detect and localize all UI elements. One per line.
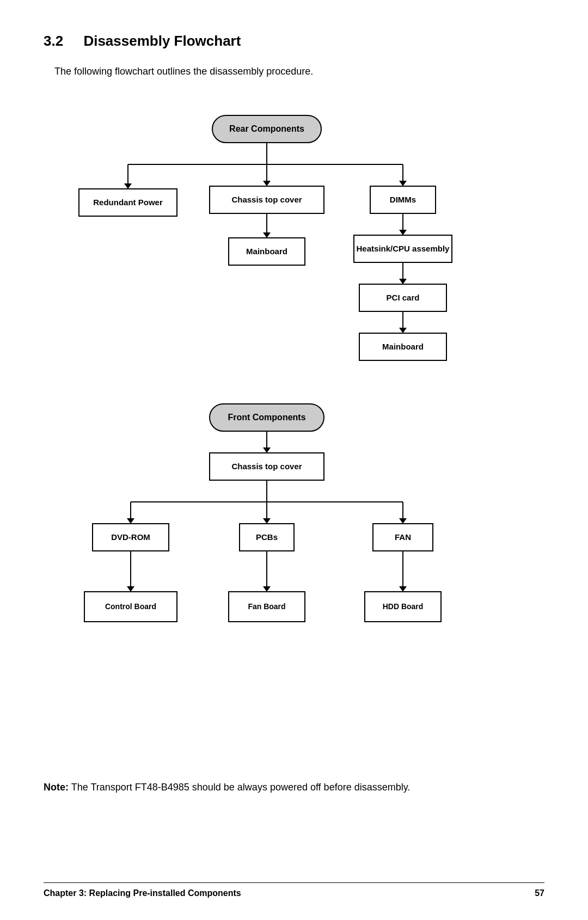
dvd-rom-label: DVD-ROM	[111, 532, 150, 542]
note-label: Note:	[44, 782, 69, 793]
svg-marker-44	[399, 586, 407, 592]
svg-marker-16	[399, 230, 407, 235]
svg-marker-7	[263, 181, 271, 186]
hdd-board-label: HDD Board	[383, 602, 424, 611]
dimms-label: DIMMs	[390, 195, 416, 204]
note-text: The Transport FT48-B4985 should be alway…	[71, 782, 411, 793]
svg-marker-26	[263, 447, 271, 453]
svg-marker-22	[399, 328, 407, 333]
fan-label: FAN	[395, 532, 411, 542]
svg-marker-37	[399, 518, 407, 524]
svg-marker-10	[263, 232, 271, 238]
svg-marker-34	[263, 518, 271, 524]
flowchart-container: Rear Components Redundant Power Chassis …	[44, 99, 544, 752]
page-header: 3.2 Disassembly Flowchart The following …	[44, 33, 544, 77]
redundant-power-label: Redundant Power	[93, 198, 163, 207]
control-board-label: Control Board	[105, 602, 156, 611]
pcbs-label: PCBs	[256, 532, 278, 542]
svg-marker-43	[263, 586, 271, 592]
mainboard-left-label: Mainboard	[246, 247, 287, 256]
svg-marker-42	[127, 586, 134, 592]
intro-text: The following flowchart outlines the dis…	[54, 66, 544, 77]
svg-marker-31	[127, 518, 134, 524]
heatsink-label: Heatsink/CPU assembly	[357, 244, 450, 253]
svg-marker-4	[124, 183, 132, 189]
chassis-top-cover-rear-label: Chassis top cover	[231, 195, 302, 204]
footer-left: Chapter 3: Replacing Pre-installed Compo…	[44, 888, 241, 898]
rear-components-label: Rear Components	[229, 124, 304, 133]
section-title: 3.2 Disassembly Flowchart	[44, 33, 544, 50]
footer: Chapter 3: Replacing Pre-installed Compo…	[44, 882, 544, 898]
flowchart-svg: Rear Components Redundant Power Chassis …	[44, 99, 544, 752]
mainboard-right-label: Mainboard	[382, 342, 424, 351]
fan-board-label: Fan Board	[248, 602, 285, 611]
svg-marker-13	[399, 181, 407, 186]
pci-card-label: PCI card	[387, 293, 420, 302]
svg-marker-19	[399, 279, 407, 284]
note-section: Note: The Transport FT48-B4985 should be…	[44, 780, 544, 795]
footer-right: 57	[535, 888, 544, 898]
front-components-label: Front Components	[228, 413, 305, 422]
chassis-top-cover-front-label: Chassis top cover	[231, 462, 302, 471]
